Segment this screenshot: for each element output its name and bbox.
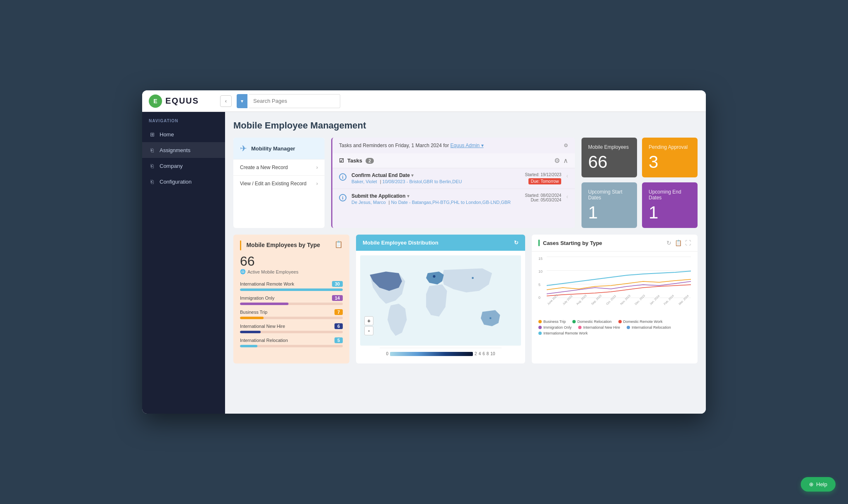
map-footer: 0 2 4 6 8 10 xyxy=(380,348,502,359)
task-title-1[interactable]: Confirm Actual End Date ▾ xyxy=(351,172,520,178)
world-map-svg xyxy=(360,255,521,346)
upcoming-end-title: Upcoming End Dates xyxy=(649,189,691,201)
legend-dot-intl-relocation xyxy=(627,326,630,329)
tasks-section-header: ☑ Tasks 2 ⚙ ∧ xyxy=(332,153,575,168)
chevron-right-icon: › xyxy=(316,165,318,170)
content-area: Mobile Employee Management ✈ Mobility Ma… xyxy=(225,112,706,414)
task-info-icon: ℹ xyxy=(342,175,344,179)
mobility-manager-title: Mobility Manager xyxy=(251,145,295,152)
upcoming-start-value: 1 xyxy=(588,204,630,221)
mobile-employees-title: Mobile Employees xyxy=(588,144,630,150)
task-item-2: ℹ Submit the Application ▾ De Jesus, Mar… xyxy=(332,189,575,209)
help-label: Help xyxy=(816,481,827,487)
legend-min: 0 xyxy=(386,351,389,356)
map-title: Mobile Employee Distribution xyxy=(363,240,439,246)
zoom-out-button[interactable]: - xyxy=(364,326,373,335)
tasks-gear-icon[interactable]: ⚙ xyxy=(554,157,560,165)
legend-dot-intl-remote xyxy=(538,332,542,335)
sidebar: NAVIGATION ⊞ Home ⎗ Assignments ⎗ Compan… xyxy=(142,112,225,414)
ebt-count: 66 xyxy=(240,254,343,269)
task-dismiss-2[interactable]: ‹ xyxy=(566,193,568,200)
stat-card-mobile-employees[interactable]: Mobile Employees 66 xyxy=(581,138,637,177)
home-icon: ⊞ xyxy=(149,131,155,138)
ebt-title: Mobile Employees by Type xyxy=(246,242,320,248)
due-badge-1: Due: Tomorrow xyxy=(528,178,562,184)
left-nav-panel: ✈ Mobility Manager Create a New Record ›… xyxy=(233,138,325,228)
ebt-row-1: International Remote Work 30 xyxy=(240,281,343,291)
chevron-right-icon-2: › xyxy=(316,181,318,187)
mobility-manager-header: ✈ Mobility Manager xyxy=(233,138,325,159)
task-dismiss-1[interactable]: ‹ xyxy=(566,172,568,179)
stat-cards: Mobile Employees 66 Pending Approval 3 U… xyxy=(581,138,698,228)
task-person-2: De Jesus, Marco | No Date - Batangas,PH-… xyxy=(351,200,520,205)
stat-card-pending-approval[interactable]: Pending Approval 3 xyxy=(642,138,698,177)
cases-legend: Business Trip Domestic Relocation Domest… xyxy=(538,320,691,335)
globe-icon: 🌐 xyxy=(240,269,246,274)
task-info-icon-2: ℹ xyxy=(342,196,344,200)
pending-approval-title: Pending Approval xyxy=(649,144,691,150)
map-refresh-icon[interactable]: ↻ xyxy=(514,240,518,246)
cases-panel: Cases Starting by Type ↻ 📋 ⛶ 15 10 xyxy=(532,235,698,363)
configuration-icon: ⎗ xyxy=(149,178,155,185)
task-circle-1: ℹ xyxy=(339,173,346,181)
create-new-record-item[interactable]: Create a New Record › xyxy=(233,159,325,175)
ebt-row-3: Business Trip 7 xyxy=(240,309,343,319)
upcoming-end-value: 1 xyxy=(649,204,691,221)
view-edit-record-label: View / Edit an Existing Record xyxy=(240,181,307,187)
company-icon: ⎗ xyxy=(149,162,155,169)
pending-approval-value: 3 xyxy=(649,153,691,171)
tasks-user-link[interactable]: Equus Admin ▾ xyxy=(451,143,484,148)
legend-gradient xyxy=(390,352,473,356)
map-header: Mobile Employee Distribution ↻ xyxy=(356,235,525,251)
task-person-1: Baker, Violet | 10/08/2023 - Bristol,GBR… xyxy=(351,179,520,184)
assignments-icon: ⎗ xyxy=(149,147,155,153)
logo-icon: E xyxy=(149,94,162,108)
tasks-header: Tasks and Reminders on Friday, 1 March 2… xyxy=(332,138,575,153)
view-edit-record-item[interactable]: View / Edit an Existing Record › xyxy=(233,175,325,191)
tasks-settings-icon[interactable]: ⚙ xyxy=(564,143,568,148)
stat-card-upcoming-end[interactable]: Upcoming End Dates 1 xyxy=(642,182,698,228)
plane-icon: ✈ xyxy=(240,143,247,153)
cases-copy-icon[interactable]: 📋 xyxy=(675,240,682,246)
map-zoom-controls: + - xyxy=(364,316,373,335)
svg-point-4 xyxy=(489,317,492,319)
cases-title-text: Cases Starting by Type xyxy=(543,240,602,246)
legend-dot-domestic-remote xyxy=(618,320,622,323)
chart-svg xyxy=(547,257,691,298)
sidebar-item-configuration[interactable]: ⎗ Configuration xyxy=(142,174,225,189)
task-title-2[interactable]: Submit the Application ▾ xyxy=(351,193,520,199)
cases-refresh-icon[interactable]: ↻ xyxy=(666,240,671,246)
cases-expand-icon[interactable]: ⛶ xyxy=(685,240,691,246)
collapse-button[interactable]: ‹ xyxy=(220,95,232,107)
sidebar-item-company[interactable]: ⎗ Company xyxy=(142,158,225,174)
sidebar-item-label-company: Company xyxy=(160,163,183,169)
stat-card-upcoming-start[interactable]: Upcoming Start Dates 1 xyxy=(581,182,637,228)
svg-point-2 xyxy=(433,275,435,278)
tasks-collapse-icon[interactable]: ∧ xyxy=(563,157,568,165)
employees-by-type-panel: Mobile Employees by Type 📋 66 🌐 Active M… xyxy=(233,235,349,363)
search-area: ▾ xyxy=(237,94,369,108)
mobile-employees-value: 66 xyxy=(588,153,630,171)
tasks-checkbox-icon: ☑ xyxy=(339,158,344,164)
search-input[interactable] xyxy=(249,94,340,108)
copy-icon[interactable]: 📋 xyxy=(334,240,343,248)
ebt-row-5: International Relocation 5 xyxy=(240,337,343,347)
sidebar-item-home[interactable]: ⊞ Home xyxy=(142,126,225,142)
help-button[interactable]: ⊕ Help xyxy=(801,477,836,492)
task-circle-2: ℹ xyxy=(339,194,346,201)
help-icon: ⊕ xyxy=(809,481,814,487)
sidebar-item-label-configuration: Configuration xyxy=(160,179,191,185)
sidebar-item-label-assignments: Assignments xyxy=(160,147,190,153)
search-dropdown-button[interactable]: ▾ xyxy=(237,94,247,108)
ebt-row-2: Immigration Only 14 xyxy=(240,295,343,305)
tasks-date: Tasks and Reminders on Friday, 1 March 2… xyxy=(339,143,484,148)
ebt-sub-label: Active Mobile Employees xyxy=(247,269,298,274)
zoom-in-button[interactable]: + xyxy=(364,316,373,325)
tasks-panel: Tasks and Reminders on Friday, 1 March 2… xyxy=(331,138,575,228)
upcoming-start-title: Upcoming Start Dates xyxy=(588,189,630,201)
cases-header: Cases Starting by Type ↻ 📋 ⛶ xyxy=(532,235,698,252)
page-title: Mobile Employee Management xyxy=(233,120,698,131)
cases-accent xyxy=(538,240,540,246)
chart-area: 15 10 5 0 xyxy=(538,257,691,306)
sidebar-item-assignments[interactable]: ⎗ Assignments xyxy=(142,142,225,158)
